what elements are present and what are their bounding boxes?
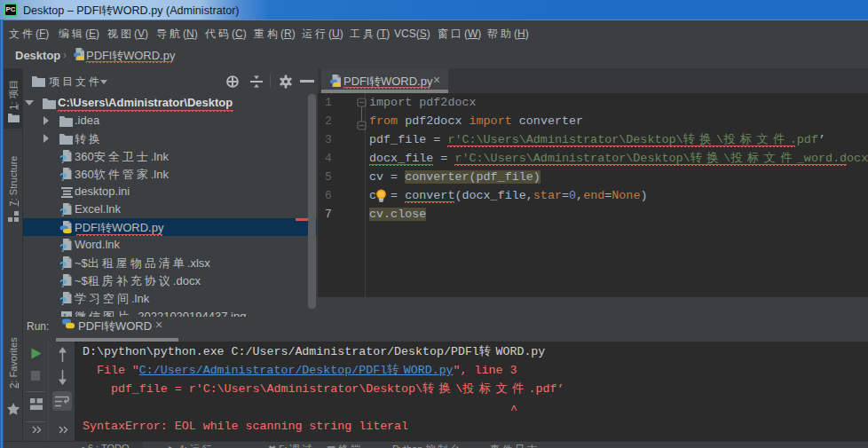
svg-text:?: ? bbox=[59, 277, 67, 288]
svg-text:?: ? bbox=[59, 153, 67, 164]
svg-text:?: ? bbox=[59, 241, 67, 253]
svg-text:?: ? bbox=[59, 170, 67, 182]
svg-text:?: ? bbox=[59, 206, 67, 217]
svg-text:?: ? bbox=[59, 259, 67, 271]
svg-text:?: ? bbox=[59, 295, 67, 306]
